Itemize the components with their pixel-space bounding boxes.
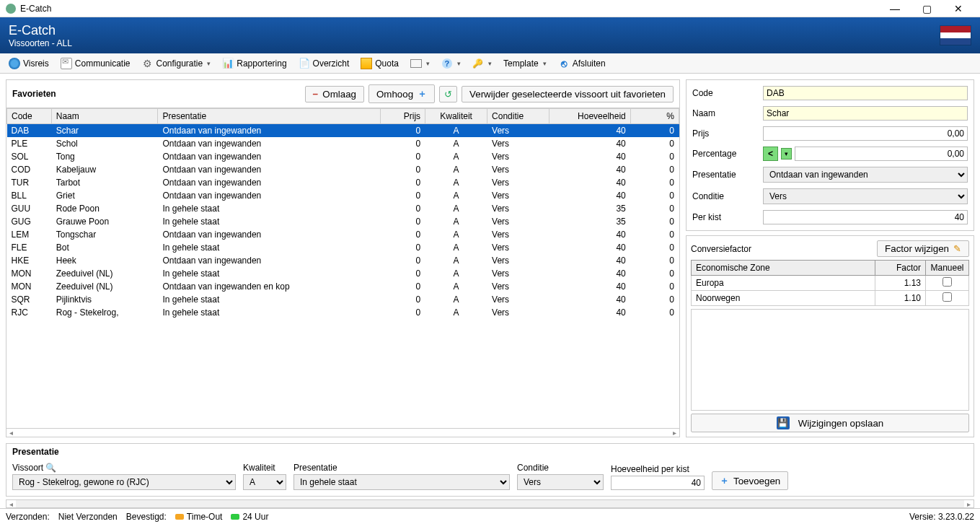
table-row[interactable]: FLEBotIn gehele staat0AVers400	[7, 241, 679, 254]
table-row[interactable]: Noorwegen1.10	[692, 291, 969, 306]
key-icon	[472, 58, 484, 69]
header-subtitle: Vissoorten - ALL	[9, 38, 72, 48]
col-presentatie[interactable]: Presentatie	[158, 109, 381, 124]
label-perkist: Per kist	[692, 212, 757, 222]
afsluiten-button[interactable]: Afsluiten	[554, 56, 610, 71]
pct-op-dropdown[interactable]: ▾	[781, 148, 792, 160]
save-changes-label: Wijzigingen opslaan	[798, 418, 884, 429]
conversion-panel: Conversiefactor Factor wijzigen ✎ Econom…	[686, 235, 974, 437]
status-version: Versie: 3.23.0.22	[909, 512, 974, 522]
table-row[interactable]: HKEHeekOntdaan van ingewanden0AVers400	[7, 254, 679, 267]
conversion-table: Economische Zone Factor Manueel Europa1.…	[691, 260, 969, 306]
configuratie-button[interactable]: Configuratie▾	[138, 56, 216, 71]
table-row[interactable]: PLEScholOntdaan van ingewanden0AVers400	[7, 137, 679, 150]
led-green-icon	[231, 514, 239, 520]
toevoegen-button[interactable]: ＋Toevoegen	[712, 471, 788, 490]
code-field	[763, 86, 968, 100]
rapportering-button[interactable]: Rapportering	[218, 56, 291, 71]
table-row[interactable]: CODKabeljauwOntdaan van ingewanden0AVers…	[7, 163, 679, 176]
communicatie-button[interactable]: Communicatie	[56, 56, 135, 71]
help-icon	[441, 58, 453, 69]
remove-favorite-button[interactable]: Verwijder geselecteerde vissoort uit fav…	[462, 86, 674, 102]
col-kwaliteit[interactable]: Kwaliteit	[425, 109, 487, 124]
minimize-button[interactable]: —	[879, 1, 911, 17]
remove-favorite-label: Verwijder geselecteerde vissoort uit fav…	[469, 89, 666, 100]
conditie-select[interactable]: Vers	[763, 188, 968, 204]
col-manueel[interactable]: Manueel	[926, 261, 969, 276]
detail-form: Code Naam Prijs Percentage < ▾ Presentat…	[686, 79, 974, 231]
refresh-icon: ↺	[444, 89, 452, 100]
template-label: Template	[503, 58, 539, 69]
presentatie2-select[interactable]: In gehele staat	[293, 474, 510, 490]
table-row[interactable]: MONZeeduivel (NL)Ontdaan van ingewanden …	[7, 280, 679, 293]
status-bevestigd-label: Bevestigd:	[126, 512, 167, 522]
pct-input[interactable]	[795, 147, 968, 161]
language-button[interactable]: ▾	[406, 58, 434, 69]
table-row[interactable]: DABScharOntdaan van ingewanden0AVers400	[7, 124, 679, 138]
quota-button[interactable]: Quota	[356, 56, 403, 71]
col-factor[interactable]: Factor	[875, 261, 926, 276]
chevron-down-icon: ▾	[426, 60, 430, 67]
col-naam[interactable]: Naam	[51, 109, 158, 124]
rapportering-label: Rapportering	[237, 58, 286, 69]
key-button[interactable]: ▾	[468, 56, 496, 71]
report-icon	[222, 58, 234, 69]
table-row[interactable]: TURTarbotOntdaan van ingewanden0AVers400	[7, 176, 679, 189]
col-zone[interactable]: Economische Zone	[692, 261, 875, 276]
scroll-right-icon[interactable]: ▸	[673, 429, 676, 437]
app-header: E-Catch Vissoorten - ALL	[0, 17, 980, 53]
scroll-right-icon[interactable]: ▸	[964, 500, 974, 508]
table-row[interactable]: SQRPijlinktvisIn gehele staat0AVers400	[7, 293, 679, 306]
omhoog-button[interactable]: Omhoog＋	[368, 84, 435, 103]
prijs-input[interactable]	[763, 126, 968, 141]
template-button[interactable]: Template▾	[499, 57, 551, 70]
col-hoeveelheid[interactable]: Hoeveelheid	[549, 109, 631, 124]
favorieten-title: Favorieten	[12, 89, 56, 99]
omlaag-label: Omlaag	[322, 89, 356, 100]
hpk-input[interactable]	[611, 476, 705, 490]
col-code[interactable]: Code	[7, 109, 52, 124]
help-button[interactable]: ▾	[437, 56, 465, 71]
factor-wijzigen-label: Factor wijzigen	[885, 243, 949, 254]
label-kwaliteit: Kwaliteit	[243, 463, 286, 473]
favorites-grid[interactable]: Code Naam Presentatie Prijs Kwaliteit Co…	[6, 108, 679, 428]
scroll-left-icon[interactable]: ◂	[9, 429, 13, 437]
col-conditie[interactable]: Conditie	[487, 109, 549, 124]
manueel-checkbox[interactable]	[943, 292, 952, 302]
table-row[interactable]: SOLTongOntdaan van ingewanden0AVers400	[7, 150, 679, 163]
table-row[interactable]: BLLGrietOntdaan van ingewanden0AVers400	[7, 189, 679, 202]
presentatie-select[interactable]: Ontdaan van ingewanden	[763, 167, 968, 183]
bottom-hscroll[interactable]: ◂ ▸	[6, 499, 974, 508]
col-pct[interactable]: %	[630, 109, 679, 124]
conditie2-select[interactable]: Vers	[517, 474, 604, 490]
kwaliteit-select[interactable]: A	[243, 474, 286, 490]
pct-op-button[interactable]: <	[763, 147, 778, 161]
perkist-input[interactable]	[763, 210, 968, 224]
table-row[interactable]: MONZeeduivel (NL)In gehele staat0AVers40…	[7, 267, 679, 280]
grid-hscroll[interactable]: ◂ ▸	[6, 428, 679, 437]
table-row[interactable]: RJCRog - Stekelrog,In gehele staat0AVers…	[7, 306, 679, 319]
col-prijs[interactable]: Prijs	[381, 109, 425, 124]
scroll-left-icon[interactable]: ◂	[6, 500, 16, 508]
maximize-button[interactable]: ▢	[911, 1, 943, 17]
table-row[interactable]: Europa1.13	[692, 276, 969, 291]
omlaag-button[interactable]: −Omlaag	[305, 86, 364, 102]
visreis-button[interactable]: Visreis	[4, 56, 53, 71]
table-row[interactable]: LEMTongscharOntdaan van ingewanden0AVers…	[7, 228, 679, 241]
overzicht-button[interactable]: Overzicht	[294, 56, 354, 71]
app-icon	[6, 4, 16, 14]
search-icon[interactable]	[45, 463, 56, 473]
status-24uur: 24 Uur	[231, 512, 268, 522]
minus-icon: −	[313, 89, 319, 100]
table-row[interactable]: GUURode PoonIn gehele staat0AVers350	[7, 202, 679, 215]
table-row[interactable]: GUGGrauwe PoonIn gehele staat0AVers350	[7, 215, 679, 228]
label-pres: Presentatie	[692, 170, 757, 180]
vissoort-select[interactable]: Rog - Stekelrog, gewone ro (RJC)	[12, 474, 236, 490]
chevron-down-icon: ▾	[207, 60, 211, 67]
plus-icon: ＋	[418, 87, 427, 100]
save-changes-button[interactable]: 💾 Wijzigingen opslaan	[691, 414, 969, 432]
factor-wijzigen-button[interactable]: Factor wijzigen ✎	[877, 240, 969, 257]
manueel-checkbox[interactable]	[943, 277, 952, 287]
close-button[interactable]: ✕	[943, 1, 974, 17]
refresh-icon-button[interactable]: ↺	[439, 86, 457, 102]
